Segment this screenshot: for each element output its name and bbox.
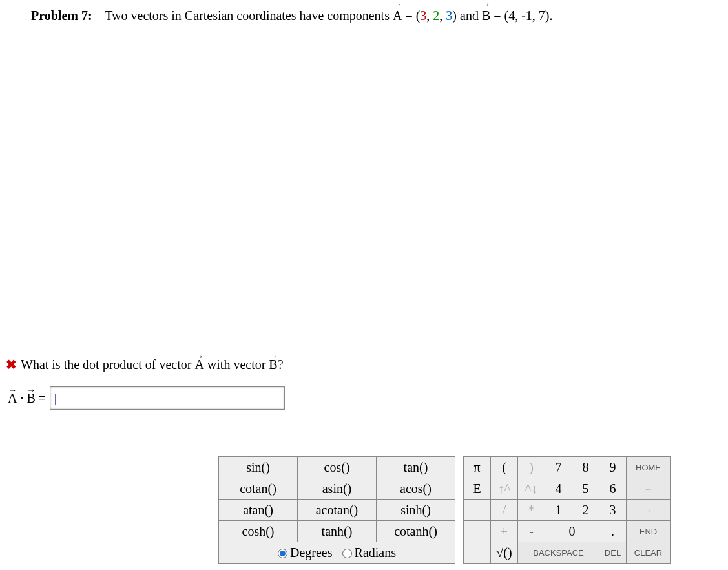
section-divider	[0, 343, 728, 344]
key-1[interactable]: 1	[545, 500, 572, 521]
radio-degrees[interactable]: Degrees	[278, 545, 336, 560]
A-component-1: 3	[420, 8, 426, 23]
key-plus[interactable]: +	[491, 521, 518, 542]
key-pi[interactable]: π	[464, 457, 491, 478]
key-left[interactable]: ←	[627, 478, 671, 500]
key-mul[interactable]: *	[518, 500, 545, 521]
key-atan[interactable]: atan()	[219, 500, 298, 521]
key-lparen[interactable]: (	[491, 457, 518, 478]
key-9[interactable]: 9	[599, 457, 627, 478]
radio-radians[interactable]: Radians	[342, 545, 396, 560]
key-acotan[interactable]: acotan()	[298, 500, 377, 521]
key-cotanh[interactable]: cotanh()	[377, 521, 455, 542]
key-blank-1	[464, 500, 491, 521]
key-cosh[interactable]: cosh()	[219, 521, 298, 542]
key-div[interactable]: /	[491, 500, 518, 521]
key-clear[interactable]: CLEAR	[627, 542, 671, 564]
problem-text-prefix: Two vectors in Cartesian coordinates hav…	[105, 8, 393, 23]
key-end[interactable]: END	[627, 521, 671, 542]
key-sinh[interactable]: sinh()	[377, 500, 455, 521]
key-sin[interactable]: sin()	[219, 457, 298, 478]
key-asin[interactable]: asin()	[298, 478, 377, 500]
key-blank-3	[464, 542, 491, 564]
key-5[interactable]: 5	[572, 478, 599, 500]
key-6[interactable]: 6	[599, 478, 627, 500]
question-mid: with vector	[207, 357, 269, 372]
problem-statement: Problem 7: Two vectors in Cartesian coor…	[31, 5, 709, 26]
question-vector-B: → B	[269, 357, 277, 372]
key-cos[interactable]: cos()	[298, 457, 377, 478]
question-end: ?	[278, 357, 284, 372]
answer-row: →A · →B =	[8, 386, 285, 410]
problem-label: Problem 7:	[31, 8, 92, 23]
A-component-2: 2	[433, 8, 439, 23]
key-sup-up[interactable]: ↑^	[491, 478, 518, 500]
key-sqrt[interactable]: √()	[491, 542, 518, 564]
key-3[interactable]: 3	[599, 500, 627, 521]
numeric-keypad: π ( ) 7 8 9 HOME E ↑^ ^↓ 4 5 6 ← / * 1 2…	[463, 456, 671, 564]
key-0[interactable]: 0	[545, 521, 599, 542]
key-blank-2	[464, 521, 491, 542]
key-8[interactable]: 8	[572, 457, 599, 478]
A-component-3: 3	[446, 8, 452, 23]
key-tan[interactable]: tan()	[377, 457, 455, 478]
question-vector-A: → A	[194, 357, 203, 372]
key-del[interactable]: DEL	[599, 542, 627, 564]
key-cotan[interactable]: cotan()	[219, 478, 298, 500]
key-acos[interactable]: acos()	[377, 478, 455, 500]
key-minus[interactable]: -	[518, 521, 545, 542]
incorrect-icon: ✖	[1, 357, 21, 372]
vector-A: → A	[393, 5, 402, 26]
answer-label: →A · →B =	[8, 391, 46, 406]
question-prefix: What is the dot product of vector	[21, 357, 194, 372]
key-E[interactable]: E	[464, 478, 491, 500]
key-backspace[interactable]: BACKSPACE	[518, 542, 599, 564]
key-home[interactable]: HOME	[627, 457, 671, 478]
key-sup-down[interactable]: ^↓	[518, 478, 545, 500]
question-row: ✖ What is the dot product of vector → A …	[1, 357, 284, 372]
key-dot[interactable]: .	[599, 521, 627, 542]
key-7[interactable]: 7	[545, 457, 572, 478]
answer-input[interactable]	[50, 386, 285, 410]
keypad: sin() cos() tan() cotan() asin() acos() …	[218, 456, 671, 564]
key-4[interactable]: 4	[545, 478, 572, 500]
key-right[interactable]: →	[627, 500, 671, 521]
vector-B: → B	[482, 5, 490, 26]
angle-mode-row: Degrees Radians	[219, 542, 455, 564]
key-2[interactable]: 2	[572, 500, 599, 521]
key-tanh[interactable]: tanh()	[298, 521, 377, 542]
key-rparen[interactable]: )	[518, 457, 545, 478]
function-keypad: sin() cos() tan() cotan() asin() acos() …	[218, 456, 455, 564]
